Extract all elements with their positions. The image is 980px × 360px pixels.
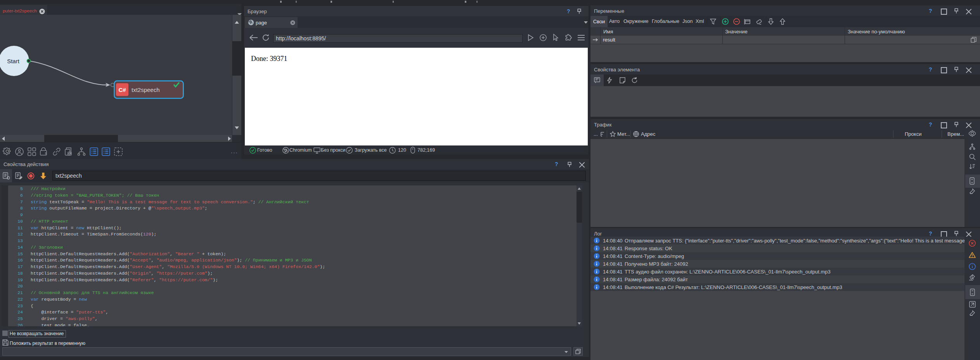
svg-text:C#: C# [118, 87, 126, 93]
svg-text:Start: Start [7, 58, 20, 64]
svg-text:txt2speech: txt2speech [132, 87, 160, 93]
